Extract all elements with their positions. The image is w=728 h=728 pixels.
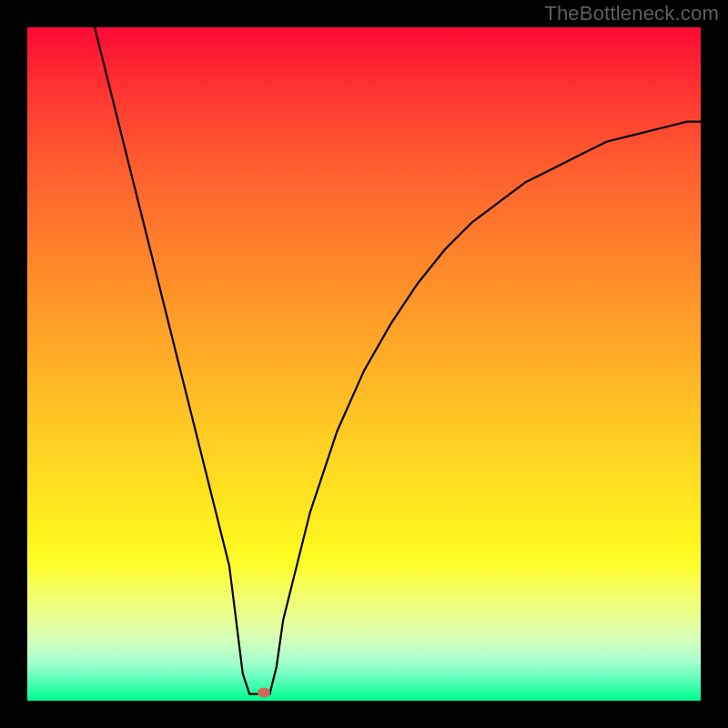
watermark-text: TheBottleneck.com [544, 2, 719, 25]
optimal-point-marker [258, 688, 270, 698]
chart-frame: TheBottleneck.com [0, 0, 728, 728]
plot-area [27, 27, 701, 701]
bottleneck-curve [27, 27, 701, 701]
